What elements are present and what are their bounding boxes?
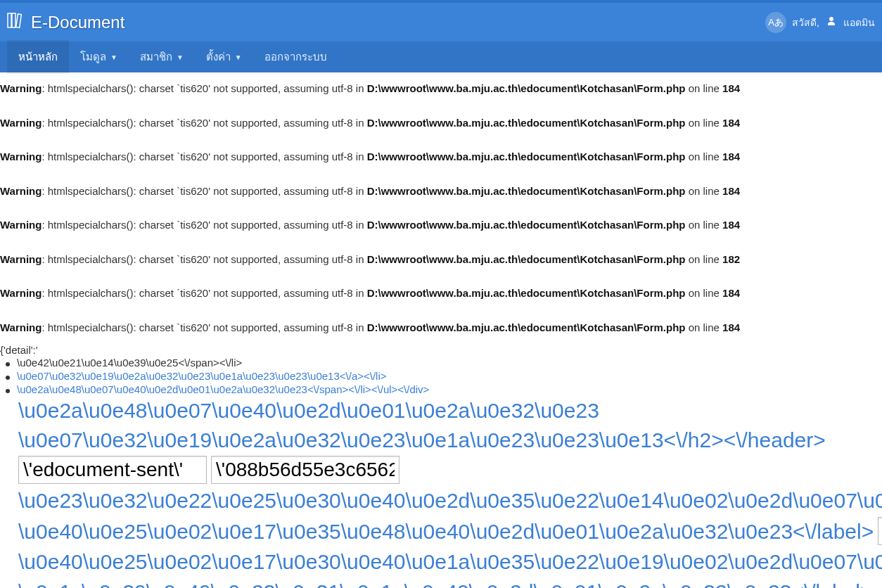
label-row-detail: \u0e23\u0e32\u0e22\u0e25\u0e30\u0e40\u0e…: [0, 485, 882, 516]
user-icon: [826, 16, 836, 28]
label-docnum[interactable]: \u0e40\u0e25\u0e02\u0e17\u0e35\u0e48\u0e…: [18, 518, 874, 545]
warning-line: Warning: htmlspecialchars(): charset `ti…: [0, 182, 882, 201]
bullet-text: \u0e42\u0e21\u0e14\u0e39\u0e25<\/span><\…: [17, 357, 242, 369]
chevron-down-icon: ▼: [235, 53, 242, 61]
bullet-dot: [6, 362, 10, 366]
language-button[interactable]: Aあ: [765, 12, 786, 33]
chevron-down-icon: ▼: [110, 53, 117, 61]
detail-brace: {'detail':': [0, 344, 882, 356]
warning-line: Warning: htmlspecialchars(): charset `ti…: [0, 216, 882, 235]
svg-rect-1: [12, 13, 15, 27]
bullet-item: \u0e07\u0e32\u0e19\u0e2a\u0e32\u0e23\u0e…: [0, 369, 882, 383]
nav-home[interactable]: หน้าหลัก: [7, 40, 69, 74]
bullet-link[interactable]: \u0e07\u0e32\u0e19\u0e2a\u0e32\u0e23\u0e…: [17, 370, 387, 382]
nav-member[interactable]: สมาชิก▼: [129, 40, 195, 74]
nav-module[interactable]: โมดูล▼: [69, 40, 129, 74]
warning-line: Warning: htmlspecialchars(): charset `ti…: [0, 79, 882, 98]
greeting-text: สวัสดี,: [792, 15, 819, 30]
warning-block: Warning: htmlspecialchars(): charset `ti…: [0, 72, 882, 344]
token-input[interactable]: [211, 456, 400, 484]
docnum-input[interactable]: [878, 517, 882, 545]
chevron-down-icon: ▼: [177, 53, 184, 61]
nav-setting[interactable]: ตั้งค่า▼: [195, 40, 253, 74]
warning-line: Warning: htmlspecialchars(): charset `ti…: [0, 250, 882, 269]
input-row: [0, 454, 882, 485]
broken-heading-2[interactable]: \u0e07\u0e32\u0e19\u0e2a\u0e32\u0e23\u0e…: [0, 426, 882, 455]
brand-title: E-Document: [31, 13, 124, 32]
nav-logout[interactable]: ออกจากระบบ: [253, 40, 338, 74]
svg-rect-0: [8, 13, 11, 27]
bullet-link[interactable]: \u0e2a\u0e48\u0e07\u0e40\u0e2d\u0e01\u0e…: [17, 383, 429, 395]
bullet-item: \u0e2a\u0e48\u0e07\u0e40\u0e2d\u0e01\u0e…: [0, 383, 882, 396]
bullet-item: \u0e42\u0e21\u0e14\u0e39\u0e25<\/span><\…: [0, 356, 882, 369]
warning-line: Warning: htmlspecialchars(): charset `ti…: [0, 284, 882, 303]
label-row-receiver[interactable]: \u0e1c\u0e39\u0e49\u0e23\u0e31\u0e1a\u0e…: [0, 577, 882, 588]
warning-line: Warning: htmlspecialchars(): charset `ti…: [0, 114, 882, 133]
navbar: หน้าหลัก โมดูล▼ สมาชิก▼ ตั้งค่า▼ ออกจากร…: [0, 41, 882, 72]
brand[interactable]: E-Document: [7, 11, 124, 34]
label-row-regnum[interactable]: \u0e40\u0e25\u0e02\u0e17\u0e30\u0e40\u0e…: [0, 547, 882, 577]
bullet-dot: [6, 389, 10, 393]
label-detail-b[interactable]: \u0e40\u0e2d: [857, 487, 882, 514]
broken-heading-1[interactable]: \u0e2a\u0e48\u0e07\u0e40\u0e2d\u0e01\u0e…: [0, 396, 882, 426]
header-right: Aあ สวัสดี, แอดมิน: [765, 12, 875, 33]
books-icon: [7, 11, 27, 34]
label-detail[interactable]: \u0e23\u0e32\u0e22\u0e25\u0e30\u0e40\u0e…: [18, 487, 857, 514]
module-input[interactable]: [18, 456, 207, 484]
warning-line: Warning: htmlspecialchars(): charset `ti…: [0, 319, 882, 338]
svg-rect-2: [16, 13, 22, 27]
content: Warning: htmlspecialchars(): charset `ti…: [0, 72, 882, 588]
bullet-dot: [6, 376, 10, 380]
warning-line: Warning: htmlspecialchars(): charset `ti…: [0, 148, 882, 167]
label-row-docnum: \u0e40\u0e25\u0e02\u0e17\u0e35\u0e48\u0e…: [0, 516, 882, 547]
username: แอดมิน: [843, 15, 875, 30]
bullet-list: \u0e42\u0e21\u0e14\u0e39\u0e25<\/span><\…: [0, 356, 882, 396]
header: E-Document Aあ สวัสดี, แอดมิน: [0, 3, 882, 41]
